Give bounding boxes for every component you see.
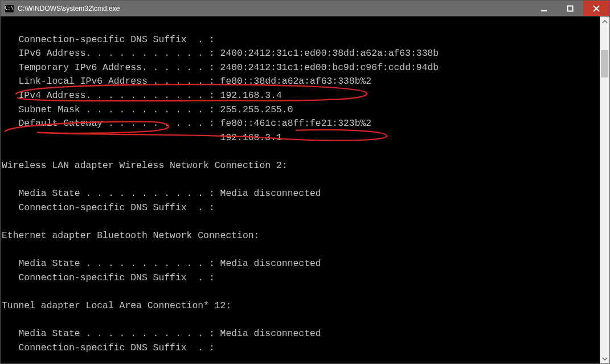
app-icon-label: C:\ bbox=[5, 6, 14, 11]
maximize-icon bbox=[567, 5, 574, 12]
scroll-track[interactable] bbox=[600, 26, 609, 354]
scroll-down-button[interactable] bbox=[600, 354, 609, 363]
window-title: C:\WINDOWS\system32\cmd.exe bbox=[18, 5, 531, 13]
titlebar[interactable]: C:\ C:\WINDOWS\system32\cmd.exe bbox=[1, 1, 609, 17]
minimize-button[interactable] bbox=[531, 1, 557, 16]
chevron-up-icon bbox=[602, 19, 608, 24]
cmd-window: C:\ C:\WINDOWS\system32\cmd.exe Connecti… bbox=[0, 0, 610, 364]
maximize-button[interactable] bbox=[557, 1, 583, 16]
vertical-scrollbar[interactable] bbox=[600, 17, 609, 363]
scroll-up-button[interactable] bbox=[600, 17, 609, 26]
scroll-thumb[interactable] bbox=[601, 50, 608, 77]
svg-rect-1 bbox=[568, 6, 573, 11]
window-controls bbox=[531, 1, 609, 16]
minimize-icon bbox=[541, 5, 547, 12]
app-icon: C:\ bbox=[4, 4, 14, 13]
close-icon bbox=[593, 5, 600, 12]
client-area: Connection-specific DNS Suffix . : IPv6 … bbox=[1, 17, 609, 363]
chevron-down-icon bbox=[602, 356, 608, 362]
console-output[interactable]: Connection-specific DNS Suffix . : IPv6 … bbox=[1, 17, 600, 363]
close-button[interactable] bbox=[583, 1, 609, 16]
